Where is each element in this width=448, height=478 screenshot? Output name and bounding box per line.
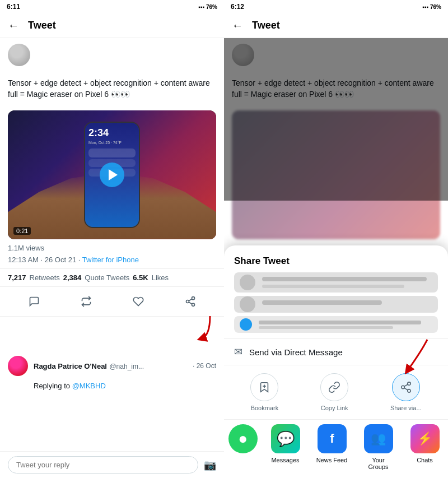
dm-label: Send via Direct Message [249, 347, 343, 357]
reply-avatar [8, 356, 28, 376]
copy-link-icon [320, 373, 348, 401]
messenger-icon: ⚡ [410, 424, 440, 453]
contact-1[interactable] [234, 272, 438, 293]
share-button-left[interactable] [181, 293, 199, 310]
red-arrow-left [185, 310, 218, 344]
retweet-label: Retweets [30, 273, 60, 282]
chats-label: Chats [417, 457, 433, 463]
like-label: Likes [152, 273, 169, 282]
bookmark-action[interactable]: Bookmark [250, 373, 278, 411]
battery-left: 76% [206, 4, 217, 10]
signal-icon-left: ▪▪▪ [198, 4, 204, 10]
status-icons-right: ▪▪▪ 76% [422, 4, 441, 10]
retweet-count: 7,217 [8, 273, 26, 282]
header-title-right: Tweet [252, 20, 280, 31]
tweet-meta: 12:13 AM · 26 Oct 21 · Twitter for iPhon… [0, 254, 224, 268]
camera-icon[interactable]: 📷 [204, 459, 216, 471]
phone-widget-1 [88, 148, 136, 157]
status-icons-left: ▪▪▪ 76% [198, 4, 217, 10]
phone-time: 2:34 [88, 127, 136, 139]
contact-2[interactable] [234, 296, 438, 313]
tweet-author-row [0, 38, 224, 71]
right-panel: 6:12 ▪▪▪ 76% ← Tweet Tensor + edge detec… [224, 0, 448, 478]
tweet-avatar [8, 44, 30, 66]
reply-section: Ragda Patrice O'Neal @nah_im... · 26 Oct… [0, 350, 224, 395]
reply-to-handle[interactable]: @MKBHD [72, 382, 106, 390]
tweet-source[interactable]: Twitter for iPhone [82, 256, 139, 264]
bookmark-label: Bookmark [251, 405, 279, 411]
play-icon [109, 169, 118, 180]
views-count: 1.1M views [0, 239, 224, 254]
svg-line-3 [189, 302, 192, 304]
facebook-groups-app[interactable]: 👥 YourGroups [359, 424, 398, 470]
comment-button[interactable] [25, 293, 43, 310]
messages-label: Messages [271, 457, 299, 463]
play-button[interactable] [100, 163, 124, 187]
send-dm-row[interactable]: ✉ Send via Direct Message [224, 338, 448, 365]
svg-point-1 [186, 300, 189, 303]
video-duration: 0:21 [13, 227, 31, 235]
bookmark-action-icon [250, 373, 278, 401]
share-via-action[interactable]: Share via... [390, 373, 422, 411]
contact-3-line2 [259, 326, 393, 329]
svg-point-10 [408, 389, 411, 393]
dm-icon: ✉ [234, 346, 242, 358]
news-feed-app[interactable]: f News Feed [312, 424, 352, 470]
phone-date: Mon, Oct 25 · 74°F [88, 141, 136, 145]
social-apps-row: ● 💬 Messages f News Feed 👥 [224, 419, 448, 478]
contact-2-line [262, 300, 382, 305]
reply-date: · 26 Oct [193, 362, 216, 370]
tweet-body-left: Tensor + edge detect + object recognitio… [0, 71, 224, 110]
whatsapp-icon: ● [228, 424, 258, 453]
contact-1-line2 [262, 285, 404, 288]
tweet-text-left: Tensor + edge detect + object recognitio… [8, 77, 216, 100]
tweet-header-left: ← Tweet [0, 13, 224, 38]
your-groups-label: YourGroups [368, 457, 388, 470]
battery-right: 76% [430, 4, 441, 10]
retweet-button[interactable] [77, 293, 95, 310]
contact-1-line1 [262, 277, 427, 281]
like-button[interactable] [129, 293, 147, 310]
svg-line-12 [404, 384, 408, 387]
left-panel: 6:11 ▪▪▪ 76% ← Tweet Tensor + edge detec… [0, 0, 224, 478]
header-title-left: Tweet [28, 20, 56, 31]
video-container[interactable]: 2:34 Mon, Oct 25 · 74°F 0:21 [8, 110, 216, 239]
reply-name: Ragda Patrice O'Neal [34, 362, 107, 370]
copy-link-action[interactable]: Copy Link [320, 373, 348, 411]
svg-point-9 [402, 386, 405, 389]
svg-point-0 [192, 296, 194, 299]
reply-handle: @nah_im... [109, 363, 144, 370]
video-thumbnail: 2:34 Mon, Oct 25 · 74°F [8, 110, 216, 239]
action-bar-left [0, 287, 224, 317]
contact-3-line1 [259, 321, 421, 324]
svg-line-11 [404, 388, 408, 390]
back-button-right[interactable]: ← [232, 19, 243, 32]
like-count: 6.5K [133, 273, 148, 282]
quote-count: 2,384 [63, 273, 82, 282]
reply-input[interactable] [8, 456, 198, 474]
contact-3[interactable] [234, 316, 438, 333]
messenger-app[interactable]: ⚡ Chats [405, 424, 445, 470]
share-via-icon [392, 373, 420, 401]
status-bar-right: 6:12 ▪▪▪ 76% [224, 0, 448, 13]
signal-icon-right: ▪▪▪ [422, 4, 428, 10]
whatsapp-app[interactable]: ● [228, 424, 259, 470]
reply-avatar-img [8, 356, 28, 376]
time-left: 6:11 [7, 3, 20, 11]
share-via-label: Share via... [390, 405, 422, 411]
status-bar-left: 6:11 ▪▪▪ 76% [0, 0, 224, 13]
tweet-timestamp: 12:13 AM · 26 Oct 21 · [8, 256, 82, 264]
tweet-header-right: ← Tweet [224, 13, 448, 38]
share-sheet: Share Tweet ✉ Send via Direct Message [224, 245, 448, 478]
share-sheet-title: Share Tweet [224, 245, 448, 272]
quote-label: Quote Tweets [85, 273, 129, 282]
news-feed-label: News Feed [316, 457, 348, 463]
copy-link-label: Copy Link [321, 405, 348, 411]
svg-line-4 [189, 299, 192, 300]
time-right: 6:12 [231, 3, 244, 11]
messages-app[interactable]: 💬 Messages [266, 424, 305, 470]
back-button-left[interactable]: ← [8, 19, 19, 32]
messages-icon: 💬 [271, 424, 300, 453]
svg-point-8 [408, 382, 411, 386]
svg-point-2 [192, 303, 194, 306]
